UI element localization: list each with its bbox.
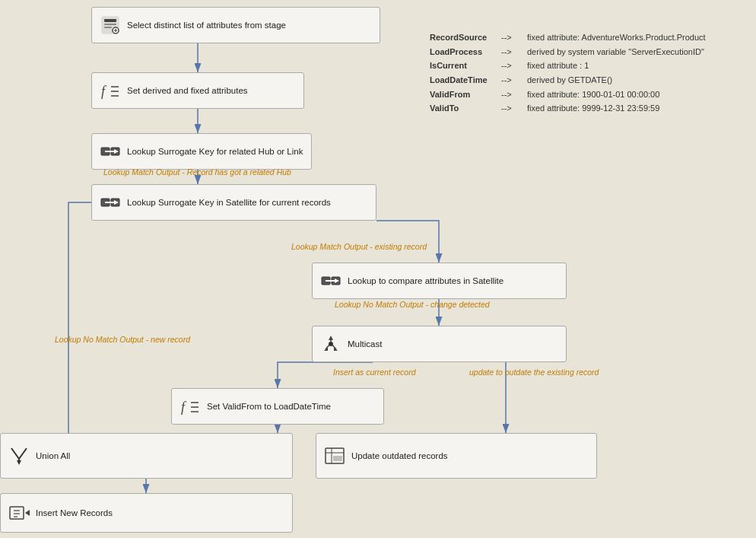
derived-icon-2: f (179, 396, 201, 417)
svg-text:f: f (101, 84, 107, 99)
info-val-2: derived by system variable "ServerExecut… (527, 45, 704, 59)
lookup-icon-3 (320, 270, 341, 291)
info-row-4: LoadDateTime --> derived by GETDATE() (430, 73, 706, 88)
info-key-5: ValidFrom (430, 88, 498, 102)
box-set-derived: f Set derived and fixed attributes (91, 72, 304, 109)
arrow-label-existing: Lookup Match Output - existing record (291, 242, 427, 251)
box-set-validfrom: f Set ValidFrom to LoadDateTime (171, 388, 384, 425)
box-lookup-hub: Lookup Surrogate Key for related Hub or … (91, 133, 312, 170)
info-row-2: LoadProcess --> derived by system variab… (430, 45, 706, 59)
info-val-4: derived by GETDATE() (527, 73, 612, 88)
info-row-1: RecordSource --> fixed attribute: Advent… (430, 30, 706, 45)
svg-line-41 (19, 448, 27, 459)
info-arrow-6: --> (501, 101, 524, 116)
svg-marker-33 (324, 347, 328, 351)
info-key-4: LoadDateTime (430, 73, 498, 88)
lookup-icon-2 (100, 192, 121, 213)
svg-rect-8 (104, 24, 116, 25)
box3-label: Lookup Surrogate Key for related Hub or … (127, 146, 303, 158)
multicast-icon (320, 333, 341, 355)
info-arrow-4: --> (501, 73, 524, 88)
arrow-label-hub-match: Lookup Match Output - Record has got a r… (103, 167, 291, 177)
box-lookup-compare: Lookup to compare attributes in Satellit… (312, 263, 567, 299)
canvas: Select distinct list of attributes from … (0, 0, 756, 538)
svg-marker-34 (334, 347, 338, 351)
box10-label: Insert New Records (36, 508, 113, 519)
arrow-label-update-existing: update to outdate the existing record (469, 368, 599, 377)
svg-marker-43 (17, 460, 21, 465)
info-val-5: fixed attribute: 1900-01-01 00:00:00 (527, 88, 659, 102)
svg-text:f: f (181, 400, 187, 415)
info-val-6: fixed attribute: 9999-12-31 23:59:59 (527, 101, 659, 116)
box6-label: Multicast (348, 339, 382, 350)
update-icon (324, 445, 345, 466)
table-scan-icon (100, 14, 121, 36)
info-key-3: IsCurrent (430, 59, 498, 73)
box-update-outdated: Update outdated records (316, 433, 597, 479)
box-lookup-satellite: Lookup Surrogate Key in Satellite for cu… (91, 184, 376, 221)
info-row-3: IsCurrent --> fixed attribute : 1 (430, 59, 706, 73)
box-union-all: Union All (0, 433, 293, 479)
box7-label: Set ValidFrom to LoadDateTime (207, 401, 331, 412)
arrow-label-change: Lookup No Match Output - change detected (335, 300, 490, 309)
box1-label: Select distinct list of attributes from … (127, 20, 286, 31)
info-key-6: ValidTo (430, 101, 498, 116)
box4-label: Lookup Surrogate Key in Satellite for cu… (127, 197, 331, 209)
box2-label: Set derived and fixed attributes (127, 85, 248, 97)
svg-marker-32 (329, 336, 333, 340)
info-row-6: ValidTo --> fixed attribute: 9999-12-31 … (430, 101, 706, 116)
info-row-5: ValidFrom --> fixed attribute: 1900-01-0… (430, 88, 706, 102)
info-arrow-3: --> (501, 59, 524, 73)
info-arrow-2: --> (501, 45, 524, 59)
insert-icon (8, 502, 30, 524)
box9-label: Update outdated records (351, 450, 448, 462)
derived-icon: f (100, 80, 121, 101)
info-val-3: fixed attribute : 1 (527, 59, 589, 73)
svg-rect-9 (104, 27, 112, 28)
arrow-label-insert-current: Insert as current record (333, 368, 416, 377)
svg-rect-47 (333, 456, 342, 461)
box8-label: Union All (36, 450, 70, 462)
info-panel: RecordSource --> fixed attribute: Advent… (430, 30, 706, 116)
lookup-icon-1 (100, 141, 121, 162)
svg-point-35 (329, 342, 333, 346)
info-key-1: RecordSource (430, 30, 498, 45)
info-key-2: LoadProcess (430, 45, 498, 59)
union-icon (8, 445, 30, 466)
box-multicast: Multicast (312, 326, 567, 362)
svg-line-40 (11, 448, 19, 459)
info-arrow-5: --> (501, 88, 524, 102)
box-insert-new: Insert New Records (0, 493, 293, 533)
info-val-1: fixed attribute: AdventureWorks.Product.… (527, 30, 706, 45)
arrow-label-new-record: Lookup No Match Output - new record (55, 335, 190, 344)
svg-rect-7 (104, 19, 116, 22)
info-arrow-1: --> (501, 30, 524, 45)
box-select-distinct: Select distinct list of attributes from … (91, 7, 380, 43)
svg-marker-49 (25, 510, 30, 516)
box5-label: Lookup to compare attributes in Satellit… (348, 275, 503, 287)
